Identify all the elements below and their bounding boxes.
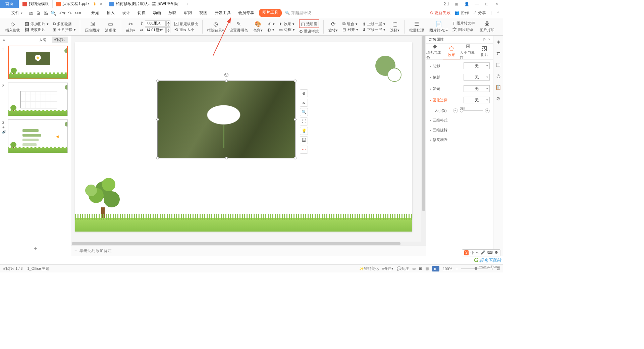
- rail-clipboard-icon[interactable]: 📋: [495, 85, 501, 90]
- change-picture-button[interactable]: 🖼更改图片: [25, 27, 49, 32]
- close-button[interactable]: ×: [494, 2, 500, 6]
- to-text-button[interactable]: T图片转文字: [452, 21, 475, 26]
- ime-settings-icon[interactable]: ⚙: [495, 250, 498, 255]
- search-box[interactable]: 穿越型环绕: [285, 10, 311, 16]
- comment-toggle[interactable]: 💬批注: [397, 266, 409, 271]
- ribbon-collapse[interactable]: ⌃: [496, 11, 500, 15]
- view-reading-icon[interactable]: ▤: [425, 266, 429, 271]
- add-picture-button[interactable]: 🖼添加图片▾: [25, 21, 49, 27]
- border-button[interactable]: ▭边框▾: [279, 27, 295, 32]
- up-layer-button[interactable]: ⬆上移一层▾: [362, 21, 385, 27]
- width-input[interactable]: [145, 27, 166, 33]
- picture-join-button[interactable]: ⊞图片拼接▾: [53, 27, 76, 32]
- zoom-out-button[interactable]: −: [455, 267, 458, 271]
- props-pin-icon[interactable]: ⇱: [483, 37, 486, 42]
- props-tab-size[interactable]: ⊞大小与属性: [460, 44, 477, 59]
- props-close-icon[interactable]: ×: [488, 37, 490, 42]
- rail-templates-icon[interactable]: ◈: [496, 39, 500, 44]
- file-menu[interactable]: 文件▾: [3, 10, 24, 16]
- menu-view[interactable]: 视图: [197, 9, 210, 17]
- close-icon[interactable]: ×: [100, 2, 102, 6]
- insert-shape-button[interactable]: ◇插入形状: [3, 19, 22, 35]
- view-sorter-icon[interactable]: ⊞: [419, 266, 422, 271]
- menu-vip[interactable]: 会员专享: [235, 9, 257, 17]
- beautify-button[interactable]: ✨智能美化: [359, 266, 379, 271]
- prop-3d-rotate[interactable]: 三维旋转: [433, 128, 490, 133]
- resize-handle[interactable]: [156, 80, 159, 82]
- set-transparent-color-button[interactable]: ✎设置透明色: [227, 19, 250, 35]
- more-float-icon[interactable]: ⋯: [300, 146, 308, 154]
- remove-bg-button[interactable]: ◎抠除背景▾: [205, 19, 226, 35]
- props-tab-effect[interactable]: ⬠效果: [443, 44, 460, 59]
- resize-handle[interactable]: [294, 80, 297, 82]
- down-layer-button[interactable]: ⬇下移一层▾: [362, 27, 385, 32]
- layers-icon[interactable]: ≋: [300, 99, 308, 107]
- menu-review[interactable]: 审阅: [181, 9, 195, 17]
- vertical-scrollbar[interactable]: [421, 36, 426, 256]
- size-plus[interactable]: +: [485, 108, 490, 113]
- view-normal-icon[interactable]: ▭: [412, 266, 416, 271]
- prop-3d-format[interactable]: 三维格式: [433, 118, 490, 123]
- thumbnail-1[interactable]: [8, 46, 68, 79]
- notes-bar[interactable]: ≡ 单击此处添加备注: [71, 246, 426, 256]
- tab-outline[interactable]: 大纲: [36, 37, 49, 43]
- lock-ratio-checkbox[interactable]: ✓锁定纵横比: [174, 21, 198, 27]
- ime-bar[interactable]: S 中 •, 🎤 ⌨ ⚙: [462, 249, 500, 256]
- transparency-button-highlight[interactable]: ◫透明度: [299, 19, 319, 28]
- resize-handle[interactable]: [156, 157, 159, 159]
- menu-devtools[interactable]: 开发工具: [212, 9, 233, 17]
- resize-handle[interactable]: [225, 80, 228, 82]
- rotate-handle[interactable]: [224, 73, 228, 77]
- zoom-level[interactable]: 100%: [443, 267, 452, 271]
- menu-animation[interactable]: 动画: [150, 9, 164, 17]
- prop-repair[interactable]: 修复增强: [433, 137, 490, 142]
- notes-placeholder[interactable]: 单击此处添加备注: [79, 248, 112, 254]
- clarify-button[interactable]: ▭清晰化: [103, 19, 118, 35]
- save-icon[interactable]: 🗎: [36, 10, 41, 16]
- rotate-button[interactable]: ⟳旋转▾: [326, 19, 340, 35]
- image-float-icon[interactable]: 🖼: [300, 136, 308, 144]
- ime-lang[interactable]: 中: [471, 250, 474, 255]
- crop-float-icon[interactable]: ⛶: [300, 117, 308, 126]
- open-icon[interactable]: 🗁: [29, 10, 33, 16]
- props-tab-fill[interactable]: ◆填充与线条: [426, 44, 443, 59]
- select-button[interactable]: ⬚选择▾: [388, 19, 401, 35]
- batch-button[interactable]: ☰批量处理: [407, 19, 426, 35]
- undo-icon[interactable]: ↶▾: [59, 10, 65, 16]
- glow-select[interactable]: 无: [464, 85, 490, 92]
- horizontal-scrollbar[interactable]: [71, 242, 421, 246]
- rail-object-icon[interactable]: ⬚: [496, 62, 500, 67]
- selected-image[interactable]: [157, 81, 296, 158]
- effect-button[interactable]: ✦效果▾: [279, 21, 295, 27]
- add-slide-button[interactable]: ＋: [0, 241, 71, 256]
- more-icon[interactable]: ✂▾: [75, 10, 81, 16]
- menu-transition[interactable]: 切换: [135, 9, 148, 17]
- size-minus[interactable]: −: [453, 108, 458, 113]
- menu-start[interactable]: 开始: [89, 9, 102, 17]
- prop-shadow[interactable]: 阴影: [433, 63, 464, 68]
- resize-handle[interactable]: [294, 118, 297, 121]
- pic-print-button[interactable]: 🖶图片打印: [478, 19, 496, 35]
- align-button[interactable]: ⊟对齐▾: [342, 27, 358, 32]
- tab-slides[interactable]: 幻灯片: [52, 37, 68, 43]
- idea-icon[interactable]: 💡: [300, 127, 308, 135]
- apps-icon[interactable]: ⊞: [453, 2, 460, 6]
- reset-style-button[interactable]: ⟲重设样式: [299, 29, 319, 34]
- print-icon[interactable]: 🖶: [43, 10, 48, 16]
- menu-insert[interactable]: 插入: [104, 9, 117, 17]
- props-tab-picture[interactable]: 🖼图片: [476, 44, 493, 59]
- rail-settings-icon[interactable]: ⚙: [496, 96, 500, 101]
- prop-reflection[interactable]: 倒影: [433, 75, 464, 80]
- crop-button[interactable]: ✂裁剪▾: [124, 19, 137, 35]
- soft-edge-select[interactable]: 无: [464, 97, 490, 103]
- reflection-select[interactable]: 无: [464, 74, 490, 81]
- share-button[interactable]: ↗ 分享: [473, 10, 486, 16]
- tab-home[interactable]: 首页: [0, 0, 19, 8]
- panel-collapse-icon[interactable]: «: [3, 37, 5, 42]
- minimize-button[interactable]: —: [474, 2, 480, 6]
- new-tab-button[interactable]: ＋: [182, 1, 194, 7]
- resize-handle[interactable]: [156, 118, 159, 121]
- combine-button[interactable]: ⧉组合▾: [342, 21, 358, 27]
- thumbnail-2[interactable]: [8, 83, 68, 116]
- compress-button[interactable]: ⇲压缩图片: [83, 19, 102, 35]
